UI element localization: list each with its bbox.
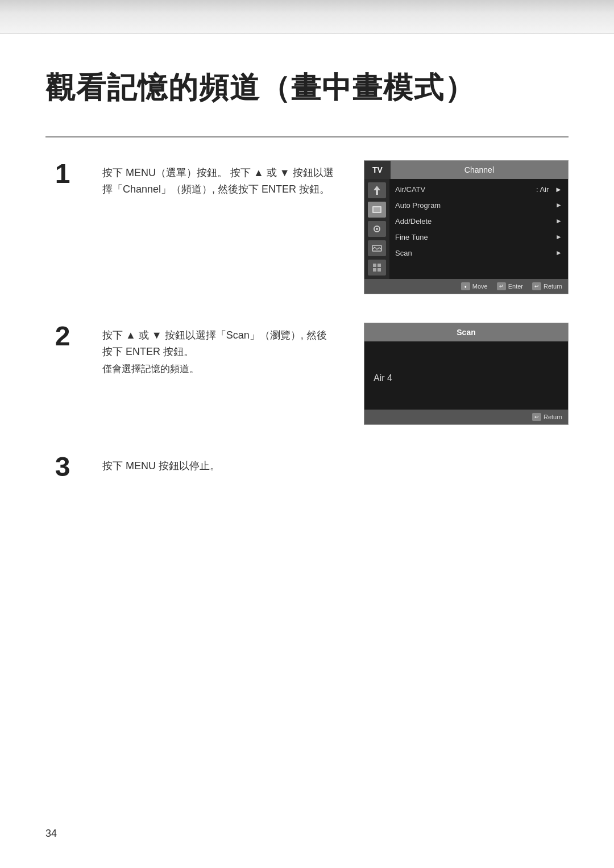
footer-enter: ↵ Enter [497, 282, 523, 290]
step2-number: 2 [55, 323, 70, 350]
svg-rect-0 [376, 190, 378, 195]
menu-item-aircatv: Air/CATV : Air ► [389, 181, 568, 197]
scan-panel-header: Scan [364, 323, 568, 341]
scan-return-icon: ↩ [532, 413, 541, 421]
menu-item-adddelete: Add/Delete ► [389, 213, 568, 229]
panel-sidebar [364, 179, 389, 279]
step1-text-line1: 按下 MENU（選單）按鈕。 按下 ▲ 或 ▼ 按鈕以選 [102, 165, 341, 181]
page-title: 觀看記憶的頻道（畫中畫模式） [45, 68, 569, 108]
svg-rect-9 [373, 268, 376, 272]
step1-number: 1 [55, 160, 70, 187]
menu-item-autoprogram: Auto Program ► [389, 197, 568, 213]
menu-arrow-adddelete: ► [555, 217, 562, 225]
return-icon: ↩ [532, 282, 541, 290]
step1-text-line2: 擇「Channel」（頻道）, 然後按下 ENTER 按鈕。 [102, 181, 341, 198]
menu-label-finetune: Fine Tune [395, 233, 428, 241]
panel-channel-label: Channel [391, 161, 568, 179]
panel1-footer: ⬧ Move ↵ Enter ↩ Return [364, 279, 568, 294]
svg-rect-7 [373, 264, 376, 267]
scan-panel-footer: ↩ Return [364, 410, 568, 424]
step2-text-line2: 按下 ENTER 按鈕。 [102, 344, 341, 360]
menu-label-adddelete: Add/Delete [395, 217, 432, 226]
panel-body: Air/CATV : Air ► Auto Program ► Add/Dele… [364, 179, 568, 279]
svg-rect-10 [377, 268, 381, 272]
menu-arrow-scan: ► [555, 249, 562, 257]
step3-section: 3 按下 MENU 按鈕以停止。 [45, 453, 569, 481]
panel-tv-label: TV [364, 161, 391, 179]
menu-arrow-autoprogram: ► [555, 201, 562, 209]
step2-text-line1: 按下 ▲ 或 ▼ 按鈕以選擇「Scan」（瀏覽）, 然後 [102, 327, 341, 344]
section-divider [45, 136, 569, 137]
tv-channel-panel: TV Channel [364, 160, 569, 294]
svg-rect-3 [374, 207, 380, 212]
sidebar-icon-misc [368, 260, 386, 276]
move-icon: ⬧ [461, 282, 470, 290]
step3-number: 3 [55, 453, 70, 481]
menu-label-aircatv: Air/CATV [395, 185, 425, 194]
sidebar-icon-settings [368, 221, 386, 237]
sidebar-icon-picture [368, 240, 386, 256]
panel-header: TV Channel [364, 161, 568, 179]
top-decorative-bar [0, 0, 614, 34]
footer-move: ⬧ Move [461, 282, 488, 290]
menu-label-autoprogram: Auto Program [395, 201, 441, 210]
scan-return-label: Return [544, 414, 562, 420]
scan-footer-return: ↩ Return [532, 413, 562, 421]
menu-item-finetune: Fine Tune ► [389, 229, 568, 245]
footer-return-label: Return [544, 283, 562, 290]
step2-section: 2 按下 ▲ 或 ▼ 按鈕以選擇「Scan」（瀏覽）, 然後 按下 ENTER … [45, 323, 569, 425]
scan-panel: Scan Air 4 ↩ Return [364, 323, 569, 425]
scan-panel-body: Air 4 [364, 341, 568, 410]
menu-value-aircatv: : Air ► [536, 185, 562, 194]
sidebar-icon-channel [368, 202, 386, 218]
svg-rect-8 [377, 264, 381, 267]
step2-text-line3: 僅會選擇記憶的頻道。 [102, 362, 341, 375]
sidebar-icon-antenna [368, 182, 386, 198]
svg-marker-1 [374, 186, 380, 190]
step3-text-line1: 按下 MENU 按鈕以停止。 [102, 458, 569, 474]
enter-icon: ↵ [497, 282, 506, 290]
scan-channel-info: Air 4 [374, 373, 559, 383]
page-number: 34 [45, 828, 57, 840]
menu-label-scan: Scan [395, 249, 412, 257]
footer-move-label: Move [472, 283, 488, 290]
menu-arrow-finetune: ► [555, 233, 562, 241]
footer-return: ↩ Return [532, 282, 562, 290]
step1-section: 1 按下 MENU（選單）按鈕。 按下 ▲ 或 ▼ 按鈕以選 擇「Channel… [45, 160, 569, 294]
footer-enter-label: Enter [508, 283, 523, 290]
menu-item-scan: Scan ► [389, 245, 568, 261]
svg-point-5 [376, 228, 378, 230]
panel-menu-items: Air/CATV : Air ► Auto Program ► Add/Dele… [389, 179, 568, 279]
